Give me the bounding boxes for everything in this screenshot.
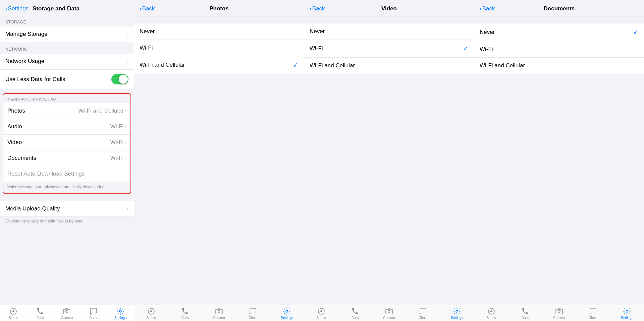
- tab-calls-left[interactable]: Calls: [27, 305, 54, 321]
- camera-icon-docs: [555, 307, 563, 315]
- svg-point-4: [119, 310, 121, 312]
- right-tab-bars: Status Calls Camera Chats Settings: [134, 305, 644, 321]
- video-wifi-row[interactable]: Wi-Fi ✓: [304, 40, 474, 58]
- tab-camera-label-video: Camera: [383, 316, 395, 320]
- tab-calls-docs[interactable]: Calls: [508, 305, 542, 321]
- tab-status-label-docs: Status: [486, 316, 496, 320]
- video-list: Never Wi-Fi ✓ Wi-Fi and Cellular: [304, 23, 474, 74]
- svg-rect-7: [216, 309, 222, 314]
- svg-point-6: [150, 310, 152, 312]
- network-usage-item[interactable]: Network Usage ›: [0, 54, 134, 69]
- media-upload-quality-label: Media Upload Quality: [5, 205, 60, 212]
- manage-storage-label: Manage Storage: [5, 31, 48, 38]
- media-photos-item[interactable]: Photos Wi-Fi and Cellular ›: [3, 103, 130, 119]
- settings-back-button[interactable]: ‹ Settings: [5, 5, 29, 12]
- documents-checkmark-icon: ✓: [633, 28, 639, 36]
- calls-icon-left: [36, 307, 44, 315]
- tab-status-photos[interactable]: Status: [134, 305, 168, 321]
- reset-auto-download-label: Reset Auto-Download Settings: [7, 171, 85, 177]
- svg-rect-2: [63, 309, 70, 314]
- svg-point-18: [558, 311, 560, 313]
- calls-icon-photos: [181, 307, 189, 315]
- tab-settings-left[interactable]: Settings: [107, 305, 134, 321]
- media-documents-right: Wi-Fi ›: [110, 155, 126, 162]
- documents-wifi-cellular-row[interactable]: Wi-Fi and Cellular: [474, 58, 644, 74]
- photos-wifi-row[interactable]: Wi-Fi: [134, 40, 304, 56]
- media-audio-item[interactable]: Audio Wi-Fi ›: [3, 119, 130, 135]
- use-less-data-toggle[interactable]: [111, 74, 128, 84]
- media-video-label: Video: [7, 139, 22, 146]
- tab-chats-left[interactable]: Chats: [80, 305, 107, 321]
- tab-chats-docs[interactable]: Chats: [576, 305, 610, 321]
- video-checkmark-icon: ✓: [463, 45, 469, 53]
- settings-icon-docs: [623, 307, 631, 315]
- video-panel-title: Video: [381, 5, 397, 12]
- photos-back-button[interactable]: ‹ Back: [140, 5, 155, 12]
- left-header: ‹ Settings Storage and Data: [0, 0, 134, 15]
- media-upload-quality-item[interactable]: Media Upload Quality ›: [0, 201, 134, 217]
- reset-auto-download-item[interactable]: Reset Auto-Download Settings: [3, 166, 130, 182]
- tab-calls-label-photos: Calls: [181, 316, 189, 320]
- photos-wifi-label: Wi-Fi: [140, 45, 153, 51]
- media-documents-item[interactable]: Documents Wi-Fi ›: [3, 150, 130, 166]
- documents-list: Never ✓ Wi-Fi Wi-Fi and Cellular: [474, 23, 644, 74]
- video-back-chevron-icon: ‹: [310, 5, 312, 12]
- manage-storage-chevron-icon: ›: [127, 31, 128, 37]
- svg-point-13: [388, 311, 390, 313]
- tab-camera-label-photos: Camera: [213, 316, 225, 320]
- tab-settings-label-video: Settings: [451, 316, 463, 320]
- photos-panel-header: ‹ Back Photos: [134, 0, 304, 16]
- video-back-button[interactable]: ‹ Back: [310, 5, 325, 12]
- tab-chats-label-photos: Chats: [249, 316, 257, 320]
- media-documents-label: Documents: [7, 155, 36, 162]
- left-tab-bar: Status Calls Camera Chats Settings: [0, 305, 134, 321]
- media-documents-chevron-icon: ›: [125, 155, 126, 161]
- documents-never-row[interactable]: Never ✓: [474, 23, 644, 41]
- tab-calls-photos[interactable]: Calls: [168, 305, 202, 321]
- svg-rect-12: [386, 309, 392, 314]
- chats-icon-left: [90, 307, 98, 315]
- video-wifi-cellular-label: Wi-Fi and Cellular: [310, 62, 355, 69]
- svg-point-8: [218, 311, 220, 313]
- tab-settings-video[interactable]: Settings: [440, 305, 474, 321]
- photos-wifi-cellular-row[interactable]: Wi-Fi and Cellular ✓: [134, 56, 304, 74]
- tab-settings-docs[interactable]: Settings: [610, 305, 644, 321]
- tab-status-video[interactable]: Status: [304, 305, 338, 321]
- tab-camera-docs[interactable]: Camera: [542, 305, 576, 321]
- media-photos-label: Photos: [7, 108, 25, 114]
- photos-never-label: Never: [140, 28, 155, 35]
- tab-camera-label-left: Camera: [61, 316, 73, 320]
- video-never-row[interactable]: Never: [304, 23, 474, 40]
- tab-camera-photos[interactable]: Camera: [202, 305, 236, 321]
- media-video-item[interactable]: Video Wi-Fi ›: [3, 135, 130, 150]
- settings-icon-photos: [283, 307, 291, 315]
- tab-status-left[interactable]: Status: [0, 305, 27, 321]
- video-wifi-cellular-row[interactable]: Wi-Fi and Cellular: [304, 58, 474, 74]
- tab-settings-photos[interactable]: Settings: [270, 305, 304, 321]
- tab-calls-label-video: Calls: [352, 316, 359, 320]
- chats-icon-photos: [249, 307, 257, 315]
- media-video-value: Wi-Fi: [110, 139, 124, 146]
- photos-never-row[interactable]: Never: [134, 23, 304, 40]
- use-less-data-label: Use Less Data for Calls: [5, 76, 65, 83]
- tab-chats-video[interactable]: Chats: [406, 305, 440, 321]
- camera-icon-left: [63, 307, 71, 315]
- camera-icon-video: [385, 307, 393, 315]
- svg-point-14: [456, 310, 458, 312]
- documents-wifi-row[interactable]: Wi-Fi: [474, 41, 644, 58]
- documents-back-label[interactable]: Back: [482, 5, 495, 12]
- tab-camera-label-docs: Camera: [553, 316, 565, 320]
- tab-camera-left[interactable]: Camera: [54, 305, 80, 321]
- tab-chats-label-video: Chats: [419, 316, 427, 320]
- tab-calls-video[interactable]: Calls: [338, 305, 372, 321]
- photos-list: Never Wi-Fi Wi-Fi and Cellular ✓: [134, 23, 304, 74]
- photos-back-label[interactable]: Back: [142, 5, 155, 12]
- documents-back-button[interactable]: ‹ Back: [480, 5, 495, 12]
- tab-status-docs[interactable]: Status: [474, 305, 508, 321]
- back-label[interactable]: Settings: [8, 5, 29, 12]
- status-icon-photos: [147, 307, 155, 315]
- tab-camera-video[interactable]: Camera: [372, 305, 406, 321]
- tab-chats-photos[interactable]: Chats: [236, 305, 270, 321]
- video-back-label[interactable]: Back: [312, 5, 325, 12]
- manage-storage-item[interactable]: Manage Storage ›: [0, 26, 134, 42]
